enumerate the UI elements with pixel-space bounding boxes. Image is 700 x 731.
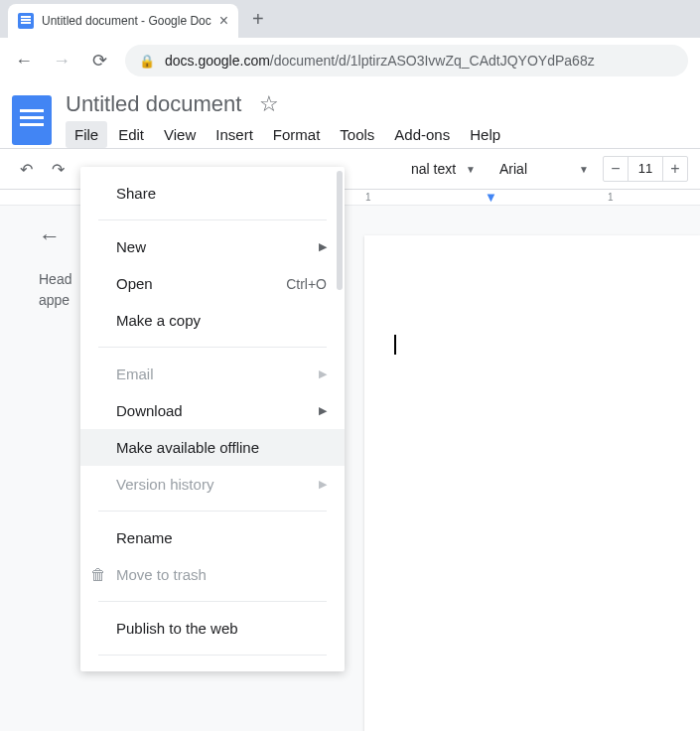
undo-button[interactable]: ↶ (12, 155, 40, 183)
menu-item-share[interactable]: Share (80, 175, 345, 212)
menu-item-label: Share (116, 185, 156, 202)
lock-icon: 🔒 (139, 54, 155, 69)
ruler-mark: 1 (608, 192, 614, 203)
menu-item-move-to-trash: 🗑Move to trash (80, 556, 345, 593)
menu-item-label: New (116, 238, 146, 255)
browser-toolbar: ← → ⟳ 🔒 docs.google.com/document/d/1lpti… (0, 38, 700, 83)
chevron-down-icon: ▼ (579, 164, 589, 175)
menu-item-label: Make a copy (116, 312, 201, 329)
menu-item-version-history: Version history▶ (80, 466, 345, 503)
increase-font-button[interactable]: + (663, 157, 687, 181)
menu-item-label: Move to trash (116, 566, 207, 583)
menu-item-label: Download (116, 402, 183, 419)
new-tab-button[interactable]: + (252, 8, 264, 31)
submenu-arrow-icon: ▶ (319, 240, 327, 253)
menubar: FileEditViewInsertFormatToolsAdd-onsHelp (66, 121, 509, 148)
reload-button[interactable]: ⟳ (87, 50, 111, 72)
submenu-arrow-icon: ▶ (319, 367, 327, 380)
menu-file[interactable]: File (66, 121, 107, 148)
indent-marker-icon[interactable]: ▼ (485, 190, 497, 205)
browser-tab[interactable]: Untitled document - Google Doc × (8, 4, 238, 38)
submenu-arrow-icon: ▶ (319, 404, 327, 417)
menu-format[interactable]: Format (264, 121, 330, 148)
font-family-dropdown[interactable]: Arial ▼ (490, 155, 599, 183)
star-icon[interactable]: ☆ (259, 91, 279, 117)
docs-favicon-icon (18, 13, 34, 29)
menu-divider (98, 219, 327, 220)
menu-divider (98, 511, 327, 512)
font-size-stepper: − 11 + (603, 156, 688, 182)
menu-view[interactable]: View (155, 121, 205, 148)
submenu-arrow-icon: ▶ (319, 478, 327, 491)
text-cursor (394, 335, 396, 355)
menu-item-publish-to-the-web[interactable]: Publish to the web (80, 610, 345, 647)
decrease-font-button[interactable]: − (604, 157, 628, 181)
menu-divider (98, 655, 327, 656)
font-family-label: Arial (499, 161, 527, 177)
menu-item-make-available-offline[interactable]: Make available offline (80, 429, 345, 466)
menu-help[interactable]: Help (461, 121, 509, 148)
menu-item-label: Publish to the web (116, 620, 238, 637)
menu-item-rename[interactable]: Rename (80, 519, 345, 556)
menu-insert[interactable]: Insert (207, 121, 262, 148)
menu-divider (98, 347, 327, 348)
trash-icon: 🗑 (90, 566, 106, 584)
menu-item-label: Version history (116, 476, 213, 493)
tab-title: Untitled document - Google Doc (42, 14, 211, 28)
menu-item-make-a-copy[interactable]: Make a copy (80, 302, 345, 339)
url-text: docs.google.com/document/d/1lptirzASO3Iv… (165, 53, 595, 69)
menu-item-label: Make available offline (116, 439, 259, 456)
paragraph-style-dropdown[interactable]: nal text ▼ (401, 155, 486, 183)
browser-tab-bar: Untitled document - Google Doc × + (0, 0, 700, 38)
close-tab-icon[interactable]: × (219, 12, 228, 30)
docs-logo-icon[interactable] (12, 95, 52, 145)
menu-item-label: Open (116, 275, 153, 292)
paragraph-style-label: nal text (411, 161, 456, 177)
redo-button[interactable]: ↷ (44, 155, 71, 183)
menu-add-ons[interactable]: Add-ons (385, 121, 459, 148)
file-menu-dropdown: ShareNew▶OpenCtrl+OMake a copyEmail▶Down… (80, 167, 345, 671)
address-bar[interactable]: 🔒 docs.google.com/document/d/1lptirzASO3… (125, 45, 688, 76)
menu-tools[interactable]: Tools (331, 121, 383, 148)
menu-item-email: Email▶ (80, 356, 345, 392)
ruler-mark: 1 (365, 192, 371, 203)
menu-item-new[interactable]: New▶ (80, 228, 345, 265)
document-page[interactable] (364, 235, 700, 731)
back-button[interactable]: ← (12, 51, 36, 72)
menu-edit[interactable]: Edit (109, 121, 153, 148)
menu-shortcut: Ctrl+O (286, 276, 327, 292)
chevron-down-icon: ▼ (466, 164, 476, 175)
forward-button: → (50, 51, 73, 72)
font-size-value[interactable]: 11 (628, 157, 663, 181)
menu-item-open[interactable]: OpenCtrl+O (80, 265, 345, 302)
menu-divider (98, 601, 327, 602)
menu-item-label: Rename (116, 529, 173, 546)
outline-back-button[interactable]: ← (39, 223, 61, 249)
document-title[interactable]: Untitled document (66, 91, 241, 117)
menu-item-download[interactable]: Download▶ (80, 392, 345, 429)
menu-item-label: Email (116, 366, 154, 382)
